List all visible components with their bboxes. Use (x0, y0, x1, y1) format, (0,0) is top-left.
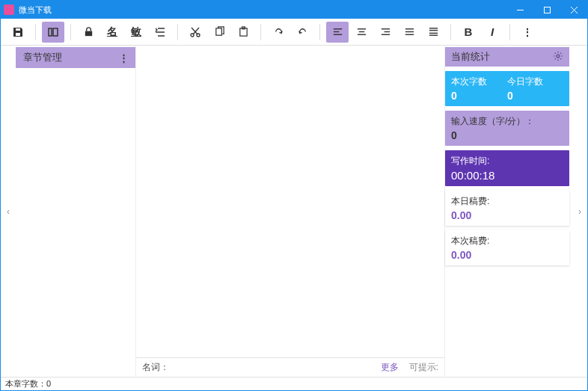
sidebar: 章节管理 ⋮ (16, 46, 135, 377)
stats-title: 当前统计 (451, 50, 490, 64)
bold-button[interactable]: B (457, 22, 480, 43)
stats-panel: 当前统计 本次字数 0 今日字数 0 输入速度（字/分）： 0 写作时间: 00… (445, 46, 572, 377)
noun-label: 名词： (142, 361, 169, 374)
svg-point-33 (557, 55, 560, 58)
this-fee-card: 本次稿费: 0.00 (445, 230, 569, 265)
align-right-button[interactable] (374, 22, 396, 43)
svg-rect-14 (215, 28, 221, 35)
this-fee-value: 0.00 (451, 249, 563, 261)
word-count-card: 本次字数 0 今日字数 0 (445, 71, 569, 106)
maximize-button[interactable] (533, 1, 560, 19)
italic-button[interactable]: I (481, 22, 503, 43)
window-title: 微当下载 (19, 4, 52, 16)
sidebar-title: 章节管理 (23, 51, 62, 64)
sidebar-menu-button[interactable]: ⋮ (119, 52, 128, 64)
sensitive-button[interactable]: 敏 (125, 22, 147, 43)
sidebar-header: 章节管理 ⋮ (16, 47, 135, 68)
speed-card: 输入速度（字/分）： 0 (445, 111, 569, 146)
collapse-left-button[interactable]: ‹ (1, 46, 16, 377)
svg-rect-5 (53, 28, 58, 36)
align-dist-button[interactable] (422, 22, 444, 43)
time-card: 写作时间: 00:00:18 (445, 150, 569, 186)
editor-textarea[interactable] (136, 46, 444, 357)
time-value: 00:00:18 (451, 169, 563, 182)
today-count-label: 今日字数 (507, 76, 563, 88)
titlebar: 微当下载 (1, 1, 587, 19)
name-button[interactable]: 名 (101, 22, 123, 43)
statusbar: 本章字数：0 (1, 377, 587, 390)
svg-rect-4 (49, 28, 52, 36)
align-center-button[interactable] (350, 22, 373, 43)
align-justify-button[interactable] (398, 22, 420, 43)
layout-button[interactable] (42, 22, 64, 43)
close-button[interactable] (560, 1, 587, 19)
hint-label: 可提示: (409, 361, 438, 374)
minimize-button[interactable] (506, 1, 533, 19)
this-fee-label: 本次稿费: (451, 235, 563, 247)
app-icon (4, 4, 14, 15)
align-left-button[interactable] (326, 22, 349, 43)
today-fee-card: 本日稿费: 0.00 (445, 191, 569, 226)
this-count-label: 本次字数 (451, 76, 507, 88)
svg-rect-6 (85, 31, 91, 37)
editor-bottombar: 名词： 更多 可提示: (136, 357, 444, 377)
editor-wrap: 名词： 更多 可提示: (135, 46, 445, 377)
save-button[interactable] (7, 22, 29, 43)
more-link[interactable]: 更多 (381, 361, 399, 374)
svg-rect-1 (544, 7, 550, 13)
today-fee-value: 0.00 (451, 209, 563, 221)
speed-label: 输入速度（字/分）： (451, 115, 563, 128)
this-count-value: 0 (451, 90, 507, 102)
gear-icon[interactable] (553, 51, 563, 64)
time-label: 写作时间: (451, 155, 563, 167)
lock-button[interactable] (77, 22, 99, 43)
chapter-count-label: 本章字数：0 (5, 378, 51, 390)
speed-value: 0 (451, 129, 563, 141)
stats-header: 当前统计 (445, 47, 569, 67)
indent-button[interactable] (149, 22, 171, 43)
collapse-right-button[interactable]: › (572, 46, 587, 377)
more-button[interactable]: ⋮ (516, 22, 539, 43)
today-count-value: 0 (507, 90, 563, 102)
today-fee-label: 本日稿费: (451, 195, 563, 208)
copy-button[interactable] (208, 22, 230, 43)
main-area: ‹ 章节管理 ⋮ 名词： 更多 可提示: 当前统计 本次字数 0 今日字数 0 (1, 46, 587, 377)
undo-button[interactable] (291, 22, 313, 43)
cut-button[interactable] (184, 22, 206, 43)
toolbar: 名 敏 B I ⋮ (1, 19, 587, 46)
redo-button[interactable] (267, 22, 290, 43)
paste-button[interactable] (232, 22, 254, 43)
